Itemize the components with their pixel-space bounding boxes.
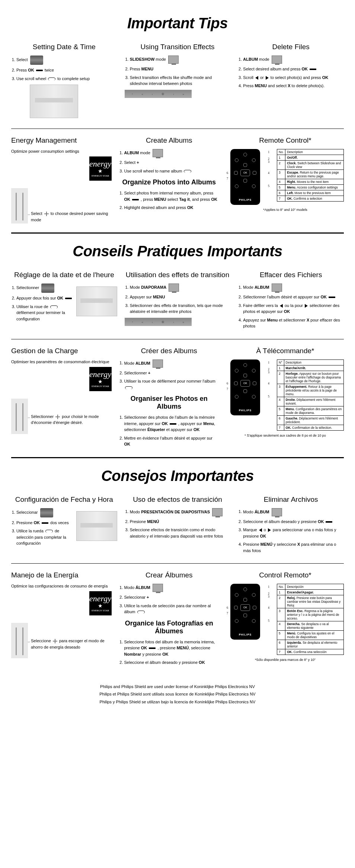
- text: Mettre en évidence l'album désiré et app…: [124, 436, 213, 440]
- step: Modo ÁLBUM: [243, 508, 344, 516]
- step: Presione OK dos veces: [16, 520, 74, 526]
- subtitle-energy-en: Optimize power consumption settings: [11, 149, 112, 153]
- clock-btn-icon: [235, 593, 239, 597]
- power-btn-icon: [243, 363, 247, 367]
- callout: 3: [268, 595, 269, 598]
- td: Clock. Switch between Slideshow and Cloc…: [285, 161, 344, 170]
- col-transition-es: Uso de efectos de transición Modo PRESEN…: [125, 495, 231, 556]
- text: , seleccione: [189, 646, 210, 650]
- remote-note-fr: * S'applique seulement aux cadres de 8 p…: [227, 434, 344, 437]
- callout: 3: [268, 371, 269, 374]
- remote-note-es: *Sólo disponible para marcos de 8" y 10": [227, 658, 344, 662]
- ok-button-icon: [36, 69, 43, 72]
- heading-datetime-en: Setting Date & Time: [11, 43, 117, 51]
- steps-create-es: Modo ÁLBUM Seleccionar + Utilice la rued…: [119, 584, 220, 615]
- menu-btn-icon: [252, 619, 256, 623]
- step: Use scroll wheel to complete setup: [16, 76, 117, 82]
- th: Descripción: [285, 584, 344, 590]
- arrow-left-icon: [280, 304, 283, 308]
- brand-text: PHILIPS: [230, 409, 260, 412]
- steps-delete-en: ALBUM mode Select desired album and pres…: [238, 56, 344, 89]
- text: , appuyer sur: [177, 421, 203, 426]
- ok-btn-icon: OK: [240, 170, 250, 176]
- nav-up-icon: [243, 598, 247, 602]
- col-create-es: Crear Álbumes Modo ÁLBUM Seleccionar + U…: [119, 571, 220, 668]
- nav-left-icon: [234, 171, 238, 175]
- td: Menú. Configura los ajustes en el modo d…: [285, 631, 344, 640]
- text: et appuyer sur: [165, 427, 194, 432]
- text: +: [147, 595, 149, 599]
- td: 3: [277, 170, 285, 179]
- text: Modo: [130, 509, 141, 514]
- text: OK: [141, 646, 147, 650]
- text: Reloj.: [287, 596, 295, 600]
- text: Sélectionner: [124, 371, 148, 375]
- menu-btn-icon: [235, 395, 239, 399]
- step: Utilice la rueda de selección para compl…: [16, 528, 74, 547]
- row-es-2: Manejo de la Energía Optimice las config…: [11, 571, 344, 668]
- text: to complete setup: [56, 76, 90, 81]
- callout: 1: [268, 151, 269, 154]
- steps-organize-en: Select photos from internal memory album…: [119, 190, 220, 211]
- heading-transition-es: Uso de efectos de transición: [125, 495, 231, 504]
- text: Menu.: [286, 407, 295, 411]
- col-datetime-fr: Réglage de la date et de l'heure Sélecti…: [11, 271, 117, 332]
- td: Horloge. Appuyez sur ce bouton pour basc…: [284, 371, 343, 384]
- text: Menu.: [287, 186, 296, 189]
- plus-icon: [53, 639, 57, 643]
- text: select: [166, 197, 179, 202]
- steps-transition-en: SLIDESHOW mode Press MENU Select transit…: [125, 56, 231, 87]
- text: Seleccione: [31, 639, 52, 643]
- text: MENU: [154, 197, 166, 202]
- td: 4: [277, 621, 285, 631]
- heading-energy-es: Manejo de la Energía: [11, 571, 112, 579]
- photoframe-image: [76, 286, 117, 316]
- scroll-wheel-icon: [50, 305, 58, 308]
- brand-text: PHILIPS: [230, 633, 260, 636]
- text: y presione: [141, 652, 162, 656]
- text: ENERGY STAR: [92, 385, 109, 388]
- text: MENÚ: [260, 542, 272, 547]
- col-energy-es: Manejo de la Energía Optimice las config…: [11, 571, 112, 668]
- step: ALBUM mode: [124, 149, 220, 157]
- steps-datetime-en: Select Press OK twice Use scroll wheel t…: [11, 56, 117, 82]
- heading-energy-en: Energy Management: [11, 136, 112, 145]
- ok-btn-icon: OK: [240, 604, 250, 611]
- callout: 5: [268, 619, 269, 623]
- text: Move to the previous item: [294, 191, 331, 195]
- ok-button-icon: [329, 295, 335, 299]
- text: Nombrar: [124, 652, 141, 656]
- text: Botón Esc.: [287, 609, 303, 613]
- td: Right. Moves to the next item: [285, 179, 344, 185]
- text: OK: [187, 205, 194, 210]
- brand-text: PHILIPS: [230, 199, 260, 201]
- text: Clock.: [287, 161, 297, 165]
- settings-box-icon: [40, 508, 53, 517]
- step: Seleccionar +: [124, 594, 220, 601]
- nav-up-icon: [243, 163, 247, 167]
- text: Modo: [243, 509, 255, 514]
- step: Faire défiler vers la ou la pour sélecti…: [243, 302, 344, 315]
- callout: 6: [227, 606, 228, 609]
- step: Sélectionner des photos de l'album de la…: [124, 414, 220, 433]
- steps-organize-fr: Sélectionner des photos de l'album de la…: [119, 414, 220, 447]
- step: Sélectionner l'album désiré et appuyer s…: [243, 294, 344, 300]
- text: Utiliser la roue de: [16, 304, 49, 309]
- step: Mettre en évidence l'album désiré et app…: [124, 435, 220, 447]
- text: ENERGY STAR: [92, 609, 109, 612]
- text: Marque: [243, 528, 258, 532]
- step: Scroll or to select photo(s) and press O…: [243, 75, 344, 81]
- step: Modo PRESENTACIÓN DE DIAPOSITIVAS: [130, 508, 231, 516]
- remote-wrap: OK PHILIPS 1 2 3 4 5 6 7 No.Description …: [227, 149, 344, 205]
- text: OK: [199, 660, 205, 665]
- text: Encender/Apagar.: [287, 590, 314, 594]
- plus-icon: [55, 415, 60, 419]
- nav-right-icon: [253, 171, 256, 175]
- col-create-fr: Créer des Albums Mode ALBUM Sélectionner…: [119, 347, 220, 450]
- text: MENU: [255, 83, 267, 88]
- text: Presione: [16, 520, 33, 525]
- subtitle-energy-es: Optimice las configuraciones de consumo …: [11, 584, 112, 588]
- divider: [11, 232, 344, 234]
- text: Use scroll wheel: [16, 76, 47, 81]
- callout: 1: [268, 585, 269, 589]
